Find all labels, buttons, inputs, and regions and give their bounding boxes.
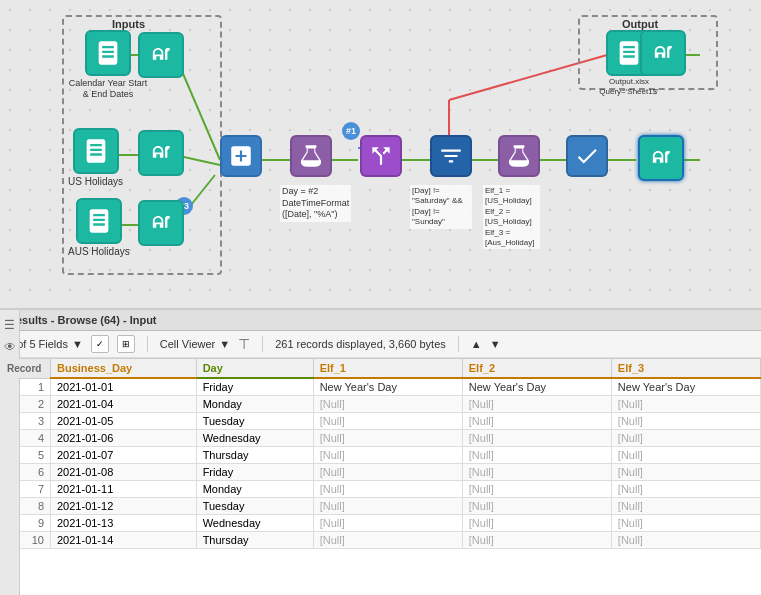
cell-elf2: [Null] (462, 498, 611, 515)
workflow-canvas: Inputs Output Calendar Year Start & End … (0, 0, 761, 310)
calendar-input-node[interactable]: Calendar Year Start & End Dates (68, 30, 148, 100)
cell-elf2: [Null] (462, 430, 611, 447)
table-row[interactable]: 12021-01-01FridayNew Year's DayNew Year'… (1, 378, 761, 396)
cell-viewer-selector[interactable]: Cell Viewer ▼ (160, 338, 230, 350)
cell-viewer-label: Cell Viewer (160, 338, 215, 350)
sidebar-menu-icon[interactable]: ☰ (3, 331, 17, 332)
cell-elf3: [Null] (611, 413, 760, 430)
cell-elf3: [Null] (611, 515, 760, 532)
validate-node[interactable] (566, 135, 608, 177)
append-node[interactable] (220, 135, 262, 177)
cell-day: Wednesday (196, 515, 313, 532)
table-row[interactable]: 22021-01-04Monday[Null][Null][Null] (1, 396, 761, 413)
cell-elf2: [Null] (462, 532, 611, 549)
table-row[interactable]: 82021-01-12Tuesday[Null][Null][Null] (1, 498, 761, 515)
cell-business-day: 2021-01-11 (51, 481, 197, 498)
col-business-day[interactable]: Business_Day (51, 359, 197, 379)
col-elf1[interactable]: Elf_1 (313, 359, 462, 379)
cell-elf3: [Null] (611, 464, 760, 481)
cell-day: Thursday (196, 447, 313, 464)
cell-business-day: 2021-01-12 (51, 498, 197, 515)
check-icon-btn[interactable]: ✓ (91, 335, 109, 353)
badge1: #1 (342, 122, 360, 140)
cell-elf3: [Null] (611, 396, 760, 413)
table-row[interactable]: 62021-01-08Friday[Null][Null][Null] (1, 464, 761, 481)
scroll-down[interactable]: ▼ (490, 338, 501, 350)
col-elf3[interactable]: Elf_3 (611, 359, 760, 379)
splitter-node[interactable] (360, 135, 402, 177)
cell-business-day: 2021-01-06 (51, 430, 197, 447)
table-row[interactable]: 52021-01-07Thursday[Null][Null][Null] (1, 447, 761, 464)
calendar-label: Calendar Year Start & End Dates (68, 78, 148, 100)
cell-elf1: [Null] (313, 481, 462, 498)
cell-business-day: 2021-01-08 (51, 464, 197, 481)
aus-holidays-browse-node[interactable] (138, 200, 184, 246)
results-table: Record Business_Day Day Elf_1 Elf_2 Elf_… (0, 358, 761, 549)
cell-elf2: [Null] (462, 481, 611, 498)
filter-node[interactable]: [Day] != "Saturday" && [Day] != "Sunday" (430, 135, 472, 177)
cell-business-day: 2021-01-01 (51, 378, 197, 396)
cell-elf3: [Null] (611, 532, 760, 549)
output-browse-node[interactable] (638, 135, 684, 181)
aus-holidays-node[interactable]: AUS Holidays (68, 198, 130, 258)
results-title: Results - Browse (64) - Input (8, 314, 157, 326)
results-header: Results - Browse (64) - Input (0, 310, 761, 331)
cell-elf1: [Null] (313, 430, 462, 447)
toolbar-sep2 (262, 336, 263, 352)
cell-business-day: 2021-01-04 (51, 396, 197, 413)
calendar-browse-node[interactable] (138, 32, 184, 78)
us-holidays-label: US Holidays (68, 176, 123, 188)
table-row[interactable]: 92021-01-13Wednesday[Null][Null][Null] (1, 515, 761, 532)
output-label: Output (622, 18, 658, 30)
output-browse2-node[interactable] (640, 30, 686, 76)
records-info: 261 records displayed, 3,660 bytes (275, 338, 446, 350)
cell-elf2: [Null] (462, 447, 611, 464)
formula2-node[interactable]: Elf_1 = [US_Holiday] Elf_2 = [US_Holiday… (498, 135, 540, 177)
cell-elf3: [Null] (611, 447, 760, 464)
cell-elf2: [Null] (462, 396, 611, 413)
cell-elf2: [Null] (462, 515, 611, 532)
us-holidays-browse-node[interactable] (138, 130, 184, 176)
cell-day: Tuesday (196, 498, 313, 515)
sidebar-eye-icon[interactable]: 👁 (3, 340, 17, 354)
cell-elf1: New Year's Day (313, 378, 462, 396)
cell-business-day: 2021-01-07 (51, 447, 197, 464)
fields-chevron: ▼ (72, 338, 83, 350)
cell-elf3: [Null] (611, 481, 760, 498)
cell-day: Friday (196, 464, 313, 481)
scroll-up[interactable]: ▲ (471, 338, 482, 350)
col-elf2[interactable]: Elf_2 (462, 359, 611, 379)
cell-elf1: [Null] (313, 447, 462, 464)
aus-holidays-label: AUS Holidays (68, 246, 130, 258)
cell-day: Tuesday (196, 413, 313, 430)
table-row[interactable]: 102021-01-14Thursday[Null][Null][Null] (1, 532, 761, 549)
cell-elf1: [Null] (313, 532, 462, 549)
cell-elf1: [Null] (313, 464, 462, 481)
results-toolbar: 5 of 5 Fields ▼ ✓ ⊞ Cell Viewer ▼ ⊤ 261 … (0, 331, 761, 358)
col-record: Record (1, 359, 51, 379)
table-row[interactable]: 32021-01-05Tuesday[Null][Null][Null] (1, 413, 761, 430)
toolbar-sep3 (458, 336, 459, 352)
table-row[interactable]: 42021-01-06Wednesday[Null][Null][Null] (1, 430, 761, 447)
grid-icon-btn[interactable]: ⊞ (117, 335, 135, 353)
filter-label: [Day] != "Saturday" && [Day] != "Sunday" (410, 185, 472, 229)
cell-day: Monday (196, 396, 313, 413)
output-file-label: Output.xlsx Query='Sheet1$' (584, 77, 674, 96)
cell-elf2: [Null] (462, 413, 611, 430)
formula2-label: Elf_1 = [US_Holiday] Elf_2 = [US_Holiday… (483, 185, 540, 249)
cell-elf1: [Null] (313, 413, 462, 430)
formula1-node[interactable]: Day = #2 DateTimeFormat ([Date], "%A") (290, 135, 332, 177)
table-row[interactable]: 72021-01-11Monday[Null][Null][Null] (1, 481, 761, 498)
cell-elf1: [Null] (313, 498, 462, 515)
cell-day: Wednesday (196, 430, 313, 447)
filter-icon-btn[interactable]: ⊤ (238, 336, 250, 352)
cell-elf2: [Null] (462, 464, 611, 481)
inputs-label: Inputs (112, 18, 145, 30)
cell-viewer-chevron: ▼ (219, 338, 230, 350)
col-day[interactable]: Day (196, 359, 313, 379)
us-holidays-node[interactable]: US Holidays (68, 128, 123, 188)
cell-business-day: 2021-01-14 (51, 532, 197, 549)
cell-elf1: [Null] (313, 396, 462, 413)
formula1-label: Day = #2 DateTimeFormat ([Date], "%A") (280, 185, 351, 222)
cell-day: Monday (196, 481, 313, 498)
